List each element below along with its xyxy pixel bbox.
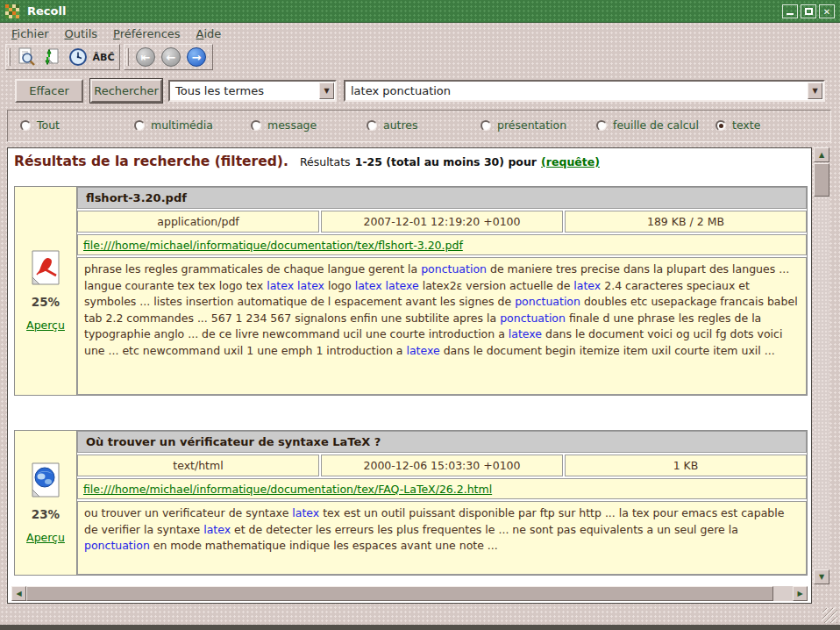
abc-icon: ÂBĈ [93,52,115,63]
toolbar-handle[interactable] [126,48,129,66]
search-mode-value: Tous les termes [170,84,319,97]
radio-label: feuille de calcul [613,118,699,132]
search-button[interactable]: Rechercher [90,79,162,103]
result-date: 2007-12-01 12:19:20 +0100 [321,211,563,233]
radio-dot[interactable] [251,120,261,131]
result-title[interactable]: Où trouver un vérificateur de syntaxe La… [77,431,807,453]
result-url-row: file:///home/michael/informatique/docume… [77,234,807,255]
result-url-row: file:///home/michael/informatique/docume… [77,478,807,499]
menu-outils[interactable]: Outils [57,25,106,42]
recoll-window: Recoll ✕ Fichier Outils Préférences Aide [0,0,840,630]
clear-button[interactable]: Effacer [15,79,83,103]
minimize-button[interactable] [782,4,798,18]
next-page-button[interactable]: → [185,46,208,68]
document-magnifier-icon [17,47,38,68]
search-query-combo[interactable]: ▼ [344,80,825,102]
show-query-detail-button[interactable] [16,46,39,68]
results-title: Résultats de la recherche (filtered). [14,154,288,169]
preview-link[interactable]: Aperçu [26,531,65,544]
radio-dot[interactable] [20,120,31,131]
result-date: 2000-12-06 15:03:30 +0100 [321,455,563,476]
relevance-percent: 23% [32,507,60,521]
result-meta-row: application/pdf 2007-12-01 12:19:20 +010… [77,211,807,233]
scroll-left-icon[interactable]: ◀ [11,586,26,601]
maximize-icon [805,8,813,15]
radio-feuille-de-calcul[interactable]: feuille de calcul [596,118,699,132]
previous-page-icon: ← [161,47,181,67]
close-button[interactable]: ✕ [819,4,835,18]
toolbar: ÂBĈ ⇤ ← → [5,44,213,70]
radio-autres[interactable]: autres [367,118,418,132]
clock-icon [68,47,89,68]
radio-multimedia[interactable]: multimédia [134,118,213,132]
results-prefix: Résultats [300,155,351,168]
result-item-2: 23% Aperçu Où trouver un vérificateur de… [14,430,808,576]
chevron-down-icon[interactable]: ▼ [319,82,334,99]
radio-message[interactable]: message [251,118,317,132]
radio-tout[interactable]: Tout [20,118,60,132]
result-2-side: 23% Aperçu [15,431,77,575]
previous-page-button[interactable]: ← [160,46,182,68]
results-header: Résultats de la recherche (filtered). Ré… [14,153,600,169]
resize-grip[interactable] [822,608,837,623]
result-meta-row: text/html 2000-12-06 15:03:30 +0100 1 KB [77,455,807,476]
radio-label: Tout [37,118,60,132]
vertical-scrollbar[interactable]: ▲ ▼ [814,147,829,584]
radio-dot[interactable] [596,120,607,131]
document-updown-arrows-icon [42,47,63,68]
result-mime-type: application/pdf [77,211,319,233]
result-1-side: 25% Aperçu [15,187,77,395]
scroll-up-icon[interactable]: ▲ [814,147,829,162]
maximize-button[interactable] [801,4,816,18]
preview-link[interactable]: Aperçu [26,319,65,332]
next-page-icon: → [187,47,206,67]
result-url-link[interactable]: file:///home/michael/informatique/docume… [83,239,463,252]
result-mime-type: text/html [77,455,319,476]
search-mode-select[interactable]: Tous les termes ▼ [168,80,337,102]
horizontal-scroll-track[interactable] [26,586,793,601]
radio-dot[interactable] [715,120,726,131]
radio-presentation[interactable]: présentation [481,118,566,132]
scroll-right-icon[interactable]: ▶ [793,586,808,601]
window-title: Recoll [27,4,66,18]
vertical-scroll-track[interactable] [814,162,829,569]
horizontal-scrollbar[interactable]: ◀ ▶ [11,586,808,601]
result-size: 189 KB / 2 MB [565,211,807,233]
vertical-scroll-thumb[interactable] [814,163,829,197]
horizontal-scroll-thumb[interactable] [26,586,773,601]
toolbar-handle[interactable] [8,48,11,66]
result-snippet: phrase les regles grammaticales de chaqu… [77,257,807,395]
radio-label: multimédia [151,118,213,132]
term-explorer-button[interactable]: ÂBĈ [92,46,115,68]
query-link[interactable]: (requête) [541,155,600,168]
menu-aide[interactable]: Aide [189,25,230,42]
radio-texte[interactable]: texte [715,118,760,132]
menu-preferences[interactable]: Préférences [105,25,188,42]
title-bar[interactable]: Recoll ✕ [0,0,840,23]
pdf-document-icon [30,250,61,285]
result-size: 1 KB [565,455,807,476]
recoll-app-icon [5,4,19,18]
radio-dot[interactable] [367,120,377,131]
result-item-1: 25% Aperçu flshort-3.20.pdf application/… [14,186,808,396]
category-filter-bar: Tout multimédia message autres présentat… [7,110,831,142]
result-snippet: ou trouver un verificateur de syntaxe la… [77,501,807,575]
radio-label: présentation [497,118,566,132]
html-document-icon [30,462,61,498]
result-url-link[interactable]: file:///home/michael/informatique/docume… [83,483,492,496]
menu-bar: Fichier Outils Préférences Aide [0,24,840,43]
radio-label: autres [383,118,418,132]
result-title[interactable]: flshort-3.20.pdf [77,187,807,209]
scroll-down-icon[interactable]: ▼ [814,569,829,584]
search-input[interactable] [345,82,808,100]
sort-parameters-button[interactable] [41,46,64,68]
first-page-button[interactable]: ⇤ [134,46,157,68]
radio-dot[interactable] [134,120,145,131]
chevron-down-icon[interactable]: ▼ [808,82,822,99]
radio-dot[interactable] [481,120,491,131]
sort-by-date-button[interactable] [67,46,89,68]
result-2-main: Où trouver un vérificateur de syntaxe La… [77,431,807,575]
window-bottom-edge [0,625,840,630]
toolbar-group-nav: ⇤ ← → [124,44,213,70]
menu-fichier[interactable]: Fichier [4,25,57,42]
